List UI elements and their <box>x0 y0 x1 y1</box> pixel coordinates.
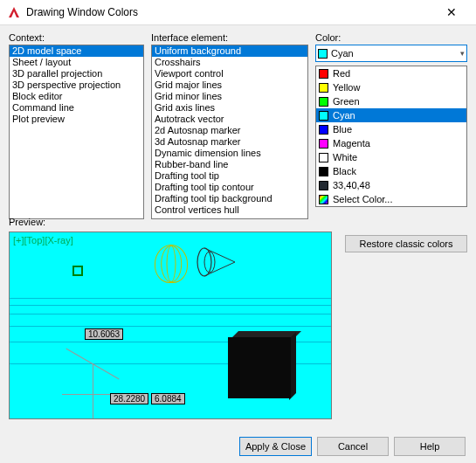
color-dropdown[interactable]: RedYellowGreenCyanBlueMagentaWhiteBlack3… <box>315 66 467 207</box>
interface-item[interactable]: Grid axis lines <box>152 102 307 114</box>
help-button[interactable]: Help <box>394 437 466 456</box>
color-swatch-icon <box>319 167 328 176</box>
wireframe-cone-icon <box>197 247 237 278</box>
color-option-label: Magenta <box>333 137 370 149</box>
color-column: Color: Cyan ▾ RedYellowGreenCyanBlueMage… <box>315 32 467 252</box>
apply-close-button[interactable]: Apply & Close <box>239 437 312 456</box>
app-logo-icon <box>7 5 21 19</box>
color-option[interactable]: White <box>316 150 466 164</box>
svg-line-1 <box>204 248 235 262</box>
color-option-label: Cyan <box>333 109 355 121</box>
color-option-label: Blue <box>333 123 352 135</box>
color-option-label: White <box>333 151 357 163</box>
cancel-button[interactable]: Cancel <box>317 437 389 456</box>
footer-buttons: Apply & Close Cancel Help <box>239 437 466 456</box>
interface-item[interactable]: 3d Autosnap marker <box>152 136 307 148</box>
interface-item[interactable]: Grid minor lines <box>152 91 307 102</box>
interface-item[interactable]: 2d Autosnap marker <box>152 125 307 136</box>
svg-point-3 <box>204 252 215 273</box>
interface-listbox[interactable]: Uniform backgroundCrosshairsViewport con… <box>151 45 308 219</box>
color-swatch-icon <box>319 125 328 135</box>
context-item[interactable]: Block editor <box>10 91 143 102</box>
close-button[interactable]: ✕ <box>434 5 469 19</box>
context-listbox[interactable]: 2D model spaceSheet / layout3D parallel … <box>9 45 144 219</box>
color-option-label: Red <box>333 67 350 79</box>
context-label: Context: <box>9 32 144 43</box>
color-swatch-icon <box>319 97 328 107</box>
restore-classic-button[interactable]: Restore classic colors <box>345 235 467 252</box>
context-item[interactable]: 3D perspective projection <box>10 79 143 91</box>
restore-row: Restore classic colors <box>315 235 467 252</box>
color-option-label: 33,40,48 <box>333 179 370 191</box>
color-swatch-icon <box>319 181 328 190</box>
color-option-label: Select Color... <box>333 193 392 205</box>
content-area: Context: 2D model spaceSheet / layout3D … <box>0 25 476 252</box>
interface-item[interactable]: Rubber-band line <box>152 159 307 170</box>
tooltip-coord-3: 6.0884 <box>151 393 185 404</box>
interface-item[interactable]: Drafting tool tip background <box>152 193 307 204</box>
interface-item[interactable]: Drafting tool tip contour <box>152 182 307 193</box>
interface-item[interactable]: Dynamic dimension lines <box>152 148 307 159</box>
context-item[interactable]: 3D parallel projection <box>10 68 143 79</box>
color-option[interactable]: Green <box>316 94 466 108</box>
color-option[interactable]: Blue <box>316 122 466 136</box>
combo-swatch-icon <box>318 49 328 59</box>
svg-line-2 <box>204 262 235 276</box>
context-item[interactable]: 2D model space <box>10 45 143 57</box>
color-label: Color: <box>315 32 467 43</box>
color-option[interactable]: Red <box>316 66 466 80</box>
color-option[interactable]: Black <box>316 164 466 178</box>
autosnap-marker-icon <box>72 266 83 276</box>
color-option-label: Yellow <box>333 81 360 93</box>
color-swatch-icon <box>319 153 328 162</box>
titlebar: Drawing Window Colors ✕ <box>0 0 476 25</box>
interface-item[interactable]: Autotrack vector <box>152 114 307 125</box>
context-item[interactable]: Plot preview <box>10 114 143 125</box>
preview-cube <box>228 337 291 398</box>
interface-item[interactable]: Drafting tool tip <box>152 170 307 182</box>
interface-item[interactable]: Control vertices hull <box>152 204 307 216</box>
combo-selected-text: Cyan <box>331 48 354 59</box>
preview-pane: [+][Top][X-ray] 10.6063 28.2280 6.0884 <box>9 232 332 419</box>
context-item[interactable]: Command line <box>10 102 143 114</box>
chevron-down-icon: ▾ <box>460 49 465 58</box>
color-swatch-icon <box>319 83 328 93</box>
color-option[interactable]: Select Color... <box>316 192 466 206</box>
viewport-control-text: [+][Top][X-ray] <box>13 235 73 245</box>
color-swatch-icon <box>319 69 328 79</box>
interface-item[interactable]: Grid major lines <box>152 79 307 91</box>
interface-item[interactable]: Uniform background <box>152 45 307 57</box>
interface-label: Interface element: <box>151 32 308 43</box>
window-title: Drawing Window Colors <box>26 6 434 18</box>
color-option-label: Green <box>333 95 360 107</box>
color-option[interactable]: Yellow <box>316 80 466 94</box>
color-swatch-icon <box>319 111 328 121</box>
wireframe-bulb-icon <box>155 245 188 283</box>
context-item[interactable]: Sheet / layout <box>10 57 143 68</box>
preview-label: Preview: <box>9 217 45 227</box>
crosshair-icon <box>62 363 123 419</box>
color-swatch-icon <box>319 195 328 204</box>
tooltip-coord-2: 28.2280 <box>110 393 148 404</box>
interface-item[interactable]: Crosshairs <box>152 57 307 68</box>
color-option[interactable]: 33,40,48 <box>316 178 466 192</box>
interface-item[interactable]: Viewport control <box>152 68 307 79</box>
color-option[interactable]: Cyan <box>316 108 466 122</box>
tooltip-coord-1: 10.6063 <box>85 328 123 340</box>
color-option[interactable]: Magenta <box>316 136 466 150</box>
color-option-label: Black <box>333 165 356 177</box>
color-combo[interactable]: Cyan ▾ <box>315 45 467 62</box>
interface-column: Interface element: Uniform backgroundCro… <box>151 32 308 252</box>
color-swatch-icon <box>319 139 328 149</box>
